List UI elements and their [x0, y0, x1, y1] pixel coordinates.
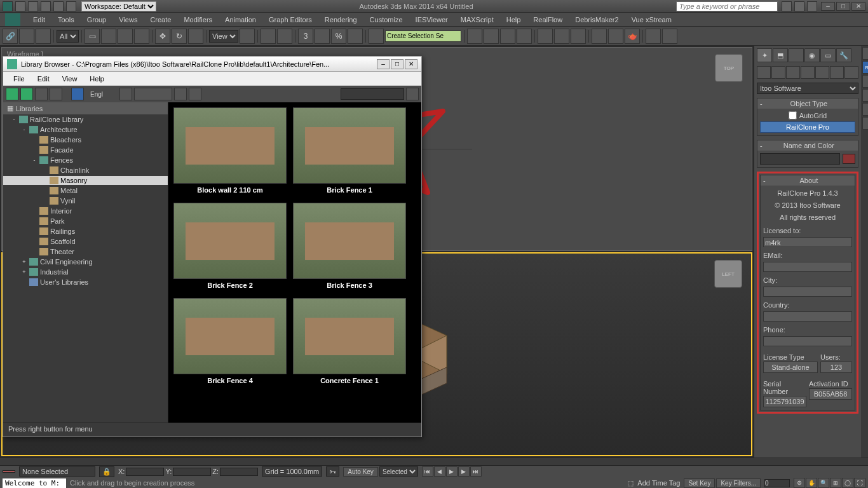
x-coord-input[interactable] [126, 468, 164, 476]
lock-selection-icon[interactable]: 🔒 [99, 466, 114, 477]
menu-group[interactable]: Group [81, 15, 113, 25]
y-coord-input[interactable] [173, 468, 211, 476]
edit-selection-set-icon[interactable] [369, 29, 384, 44]
timeline-slider[interactable] [0, 458, 868, 466]
tree-item-architecture[interactable]: -Architecture [3, 125, 168, 134]
app-logo-icon[interactable] [5, 13, 20, 26]
manipulate-icon[interactable] [261, 29, 276, 44]
users-button[interactable]: 123 [820, 362, 852, 373]
menu-maxscript[interactable]: MAXScript [454, 15, 500, 25]
tree-item-bleachers[interactable]: Bleachers [3, 135, 168, 144]
helpers-subtab-icon[interactable] [815, 66, 829, 79]
sidebar-icon[interactable] [862, 89, 868, 102]
goto-end-icon[interactable]: ⏭ [470, 466, 482, 477]
ref-coord-dropdown[interactable]: View [209, 30, 238, 43]
tree-item-facade[interactable]: Facade [3, 146, 168, 154]
pan-icon[interactable]: ✋ [806, 478, 817, 488]
import-icon[interactable] [71, 88, 84, 100]
menu-modifiers[interactable]: Modifiers [177, 15, 219, 25]
named-selection-set-input[interactable] [385, 30, 461, 42]
display-tab-icon[interactable]: ▭ [820, 48, 836, 62]
snap-3d-icon[interactable]: 3 [298, 29, 313, 44]
shapes-subtab-icon[interactable] [771, 66, 785, 79]
sidebar-icon[interactable] [862, 75, 868, 88]
tree-item-park[interactable]: Park [3, 217, 168, 226]
select-name-icon[interactable] [101, 29, 116, 44]
menu-rendering[interactable]: Rendering [318, 15, 363, 25]
viewcube-persp-icon[interactable]: LEFT [714, 260, 742, 288]
category-dropdown[interactable]: Itoo Software [757, 83, 858, 94]
zoom-slider-icon[interactable] [134, 88, 172, 100]
object-name-input[interactable] [760, 153, 840, 165]
render-frame-icon[interactable] [608, 29, 623, 44]
rollout-header[interactable]: -Object Type [757, 98, 858, 109]
activation-button[interactable]: B055AB58 [809, 388, 852, 400]
mirror-icon[interactable] [467, 29, 482, 44]
spacewarps-subtab-icon[interactable] [830, 66, 844, 79]
tree-item-user-s-libraries[interactable]: User's Libraries [3, 278, 168, 287]
dialog-maximize-button[interactable]: □ [391, 59, 403, 69]
tree-item-theater[interactable]: Theater [3, 247, 168, 256]
app-menu-icon[interactable] [3, 1, 13, 11]
menu-debrismaker2[interactable]: DebrisMaker2 [569, 15, 625, 25]
selection-filter-dropdown[interactable]: All [57, 30, 79, 43]
tree-item-interior[interactable]: Interior [3, 207, 168, 215]
key-mode-dropdown[interactable]: Selected [379, 466, 418, 477]
thumbnail-brick-fence-1[interactable]: Brick Fence 1 [293, 107, 406, 196]
filter-icon[interactable] [406, 88, 419, 100]
rollout-header[interactable]: -About [761, 175, 855, 186]
new-icon[interactable] [15, 1, 25, 11]
maxscript-listener[interactable]: Welcome to M: [3, 478, 66, 488]
next-frame-icon[interactable]: ▶ [458, 466, 470, 477]
isolate-icon[interactable]: ⬚ [627, 479, 634, 487]
dialog-close-button[interactable]: ✕ [405, 59, 417, 69]
utilities-tab-icon[interactable]: 🔧 [836, 48, 851, 62]
align-icon[interactable] [484, 29, 499, 44]
sidebar-icon[interactable] [862, 47, 868, 60]
railclone-pro-button[interactable]: RailClone Pro [760, 121, 855, 133]
object-color-swatch[interactable] [843, 154, 855, 164]
setkey-button[interactable]: Set Key [684, 478, 715, 488]
viewcube-top-icon[interactable]: TOP [715, 54, 743, 82]
zoom-icon[interactable]: 🔍 [818, 478, 829, 488]
license-type-button[interactable]: Stand-alone [763, 362, 818, 373]
pivot-icon[interactable] [240, 29, 255, 44]
maximize-button[interactable]: □ [836, 2, 850, 11]
layer-explorer-icon[interactable] [517, 29, 532, 44]
menu-animation[interactable]: Animation [219, 15, 262, 25]
hierarchy-tab-icon[interactable] [789, 48, 804, 62]
thumbnail-brick-fence-2[interactable]: Brick Fence 2 [173, 203, 287, 292]
lb-menu-edit[interactable]: Edit [31, 74, 56, 84]
open-icon[interactable] [28, 1, 38, 11]
help-icon[interactable] [807, 1, 817, 11]
menu-graph-editors[interactable]: Graph Editors [262, 15, 318, 25]
menu-vue-xstream[interactable]: Vue xStream [625, 15, 678, 25]
menu-iesviewer[interactable]: IESViewer [409, 15, 454, 25]
systems-subtab-icon[interactable] [844, 66, 858, 79]
info-icon[interactable] [782, 1, 792, 11]
frame-input[interactable] [764, 479, 790, 487]
zoom-in-icon[interactable] [174, 88, 187, 100]
create-tab-icon[interactable]: ✦ [757, 48, 772, 62]
schematic-view-icon[interactable] [554, 29, 569, 44]
bind-icon[interactable] [36, 29, 51, 44]
tree-header[interactable]: ▦ Libraries [3, 102, 168, 114]
lb-menu-view[interactable]: View [56, 74, 84, 84]
save-icon[interactable] [41, 1, 51, 11]
menu-realflow[interactable]: RealFlow [527, 15, 569, 25]
render-icon[interactable]: 🫖 [625, 29, 640, 44]
tree-item-industrial[interactable]: +Industrial [3, 268, 168, 276]
tree-item-chainlink[interactable]: Chainlink [3, 166, 168, 175]
play-icon[interactable]: ▶ [446, 466, 458, 477]
scale-icon[interactable] [188, 29, 203, 44]
search-icon[interactable] [119, 88, 132, 100]
modify-tab-icon[interactable]: ⬒ [773, 48, 788, 62]
curve-editor-icon[interactable] [538, 29, 553, 44]
back-icon[interactable] [6, 88, 18, 100]
max-viewport-icon[interactable]: ⛶ [854, 478, 865, 488]
menu-create[interactable]: Create [144, 15, 177, 25]
thumbnail-concrete-fence-1[interactable]: Concrete Fence 1 [293, 298, 406, 387]
tree-item-vynil[interactable]: Vynil [3, 196, 168, 205]
orbit-icon[interactable]: ◯ [842, 478, 853, 488]
refresh-icon[interactable] [50, 88, 62, 100]
